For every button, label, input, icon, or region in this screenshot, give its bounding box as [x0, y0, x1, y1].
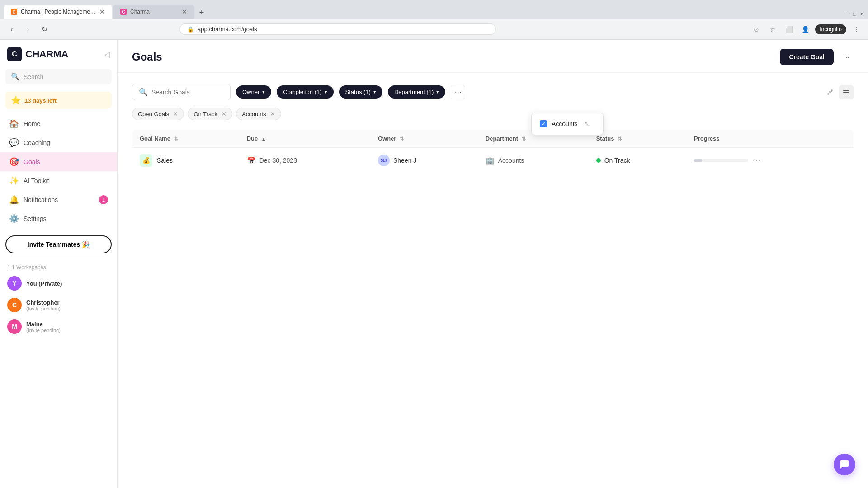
goal-name-content: 💰 Sales — [140, 154, 232, 167]
goals-table: Goal Name ⇅ Due ▲ Owner ⇅ Department — [132, 129, 854, 174]
accounts-dropdown-option[interactable]: ✓ Accounts ↖ — [535, 117, 599, 131]
trial-badge: ⭐ 13 days left — [5, 92, 112, 109]
table-row[interactable]: 💰 Sales 📅 Dec 30, 2023 — [132, 148, 854, 174]
col-progress: Progress — [687, 130, 853, 148]
profile-icon[interactable]: 👤 — [799, 23, 811, 36]
svg-point-0 — [827, 93, 829, 95]
sidebar-item-goals[interactable]: 🎯 Goals — [0, 152, 117, 171]
workspace-maine-avatar: M — [7, 319, 22, 334]
col-due[interactable]: Due ▲ — [240, 130, 371, 148]
workspace-christopher-info: Christopher (Invite pending) — [26, 299, 61, 311]
close-window-button[interactable]: ✕ — [860, 11, 864, 17]
search-box[interactable]: 🔍 Search — [5, 69, 112, 84]
workspace-you-name: You (Private) — [26, 280, 62, 287]
chat-bubble-button[interactable] — [834, 454, 855, 475]
incognito-button[interactable]: Incognito — [815, 24, 846, 34]
sidebar-item-settings-label: Settings — [24, 215, 47, 222]
menu-icon[interactable]: ⋮ — [850, 23, 863, 36]
col-status-label: Status — [596, 135, 614, 142]
active-tab[interactable]: C Charma | People Management S... ✕ — [4, 5, 112, 19]
reload-button[interactable]: ↻ — [38, 23, 51, 36]
tab2-close-button[interactable]: ✕ — [182, 8, 187, 15]
invite-teammates-button[interactable]: Invite Teammates 🎉 — [5, 235, 112, 253]
logo-text: CHARMA — [25, 48, 68, 60]
ai-toolkit-icon: ✨ — [9, 176, 18, 186]
col-due-sort: ▲ — [261, 136, 266, 141]
create-goal-button[interactable]: Create Goal — [780, 49, 834, 65]
department-filter-label: Department (1) — [394, 89, 434, 95]
page-title: Goals — [132, 51, 162, 63]
home-icon: 🏠 — [9, 119, 18, 129]
workspace-you-avatar: Y — [7, 276, 22, 291]
owner-filter-chip[interactable]: Owner ▾ — [236, 85, 271, 99]
tab2-favicon: C — [120, 9, 127, 15]
col-goal-name[interactable]: Goal Name ⇅ — [132, 130, 240, 148]
accounts-filter-remove[interactable]: ✕ — [270, 110, 275, 117]
bookmark-icon[interactable]: ☆ — [766, 23, 779, 36]
status-filter-chevron: ▾ — [373, 89, 376, 95]
open-goals-filter-tag[interactable]: Open Goals ✕ — [132, 108, 184, 120]
new-tab-button[interactable]: + — [195, 6, 208, 19]
department-filter-chip[interactable]: Department (1) ▾ — [388, 85, 445, 99]
progress-cell: ··· — [687, 148, 853, 174]
owner-filter-chevron: ▾ — [262, 89, 265, 95]
cast-icon[interactable]: ⊘ — [750, 23, 763, 36]
back-button[interactable]: ‹ — [5, 23, 18, 36]
inactive-tab[interactable]: C Charma ✕ — [113, 5, 194, 19]
sidebar-item-coaching-label: Coaching — [24, 139, 50, 146]
tab-close-button[interactable]: ✕ — [99, 8, 105, 15]
on-track-filter-label: On Track — [193, 111, 217, 117]
browser-nav: ‹ › ↻ 🔒 app.charma.com/goals ⊘ ☆ ⬜ 👤 Inc… — [0, 19, 868, 40]
status-dot — [596, 158, 601, 163]
address-bar[interactable]: 🔒 app.charma.com/goals — [179, 23, 496, 35]
completion-filter-chip[interactable]: Completion (1) ▾ — [277, 85, 333, 99]
forward-button[interactable]: › — [22, 23, 34, 36]
svg-point-2 — [831, 89, 833, 91]
minimize-button[interactable]: ─ — [845, 11, 849, 17]
search-goals-input[interactable] — [151, 89, 224, 96]
filters-row: 🔍 Owner ▾ Completion (1) ▾ Status (1) ▾ … — [132, 84, 854, 100]
workspace-maine[interactable]: M Maine (Invite pending) — [0, 316, 117, 338]
search-filter[interactable]: 🔍 — [132, 84, 231, 100]
owner-name-text: Sheen J — [393, 157, 416, 164]
workspace-maine-info: Maine (Invite pending) — [26, 321, 61, 333]
row-actions-button[interactable]: ··· — [753, 156, 761, 164]
filter-more-button[interactable]: ··· — [451, 85, 465, 99]
sidebar-collapse-button[interactable]: ◁ — [104, 50, 110, 59]
workspace-christopher[interactable]: C Christopher (Invite pending) — [0, 294, 117, 316]
status-content: On Track — [596, 157, 679, 164]
col-goal-name-label: Goal Name — [140, 135, 170, 142]
sidebar-logo: C CHARMA ◁ — [0, 47, 117, 69]
open-goals-filter-remove[interactable]: ✕ — [173, 110, 178, 117]
accounts-filter-tag[interactable]: Accounts ✕ — [236, 108, 281, 120]
goal-icon: 💰 — [140, 154, 152, 167]
svg-rect-7 — [843, 94, 849, 94]
sidebar-item-coaching[interactable]: 💬 Coaching — [0, 133, 117, 152]
status-filter-chip[interactable]: Status (1) ▾ — [339, 85, 382, 99]
col-owner[interactable]: Owner ⇅ — [371, 130, 478, 148]
accounts-option-label: Accounts — [552, 120, 578, 127]
sidebar-icon[interactable]: ⬜ — [783, 23, 795, 36]
svg-line-3 — [828, 93, 830, 93]
on-track-filter-remove[interactable]: ✕ — [221, 110, 226, 117]
main-content: Goals Create Goal ··· 🔍 Owner ▾ Completi… — [118, 40, 868, 488]
accounts-checkbox[interactable]: ✓ — [540, 120, 547, 127]
col-status[interactable]: Status ⇅ — [589, 130, 687, 148]
owner-avatar: SJ — [378, 155, 390, 166]
app-wrapper: C CHARMA ◁ 🔍 Search ⭐ 13 days left 🏠 Hom… — [0, 0, 868, 488]
sidebar-item-notifications[interactable]: 🔔 Notifications 1 — [0, 190, 117, 209]
sidebar-item-settings[interactable]: ⚙️ Settings — [0, 209, 117, 228]
view-list-button[interactable] — [839, 85, 854, 99]
accounts-filter-label: Accounts — [242, 111, 266, 117]
page-more-button[interactable]: ··· — [839, 50, 854, 64]
view-graph-button[interactable] — [823, 85, 837, 99]
sidebar-item-ai-toolkit[interactable]: ✨ AI Toolkit — [0, 171, 117, 190]
on-track-filter-tag[interactable]: On Track ✕ — [188, 108, 232, 120]
maximize-button[interactable]: □ — [853, 11, 856, 17]
sidebar-item-home[interactable]: 🏠 Home — [0, 114, 117, 133]
workspace-christopher-status: (Invite pending) — [26, 306, 61, 311]
status-text: On Track — [604, 157, 630, 164]
workspace-you[interactable]: Y You (Private) — [0, 272, 117, 294]
workspace-you-info: You (Private) — [26, 280, 62, 287]
header-actions: Create Goal ··· — [780, 49, 854, 65]
